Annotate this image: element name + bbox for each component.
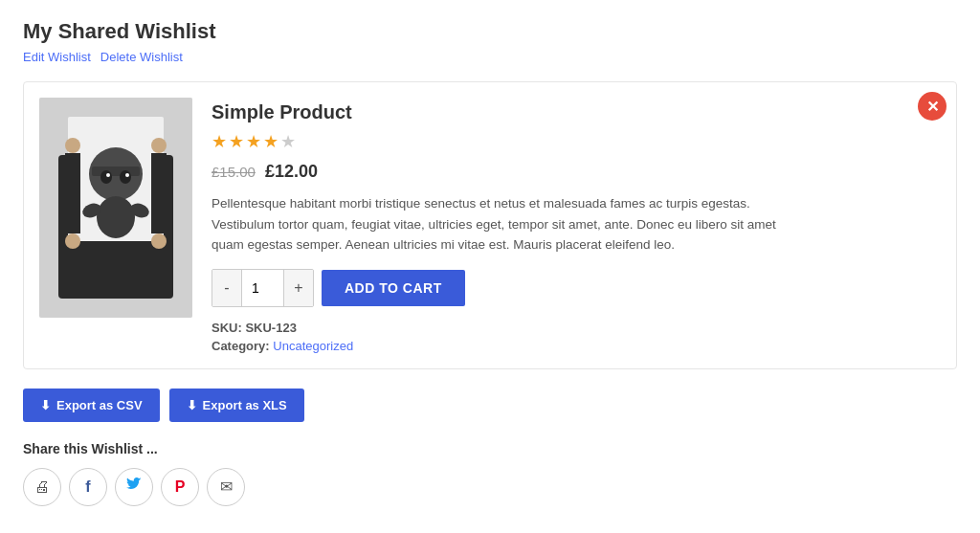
export-csv-button[interactable]: ⬇ Export as CSV bbox=[23, 389, 160, 422]
add-to-cart-button[interactable]: ADD TO CART bbox=[322, 270, 465, 306]
page-title: My Shared Wishlist bbox=[23, 19, 957, 44]
svg-rect-4 bbox=[92, 167, 140, 176]
remove-product-button[interactable]: ✕ bbox=[918, 92, 947, 121]
delete-wishlist-link[interactable]: Delete Wishlist bbox=[100, 50, 183, 64]
sku-value: SKU-123 bbox=[245, 321, 296, 335]
sku-label: SKU: bbox=[212, 321, 242, 335]
share-buttons: 🖨 f P ✉ bbox=[23, 468, 957, 506]
share-email-button[interactable]: ✉ bbox=[207, 468, 245, 506]
product-rating: ★ ★ ★ ★ ★ bbox=[212, 131, 941, 152]
product-details: Simple Product ★ ★ ★ ★ ★ £15.00 £12.00 P… bbox=[212, 98, 941, 353]
svg-point-15 bbox=[151, 233, 167, 249]
quantity-control: - + bbox=[212, 269, 314, 307]
svg-point-13 bbox=[151, 138, 167, 153]
download-csv-icon: ⬇ bbox=[40, 398, 51, 412]
category-link[interactable]: Uncategorized bbox=[273, 339, 353, 353]
product-card: ✕ bbox=[23, 81, 957, 369]
sale-price: £12.00 bbox=[265, 162, 318, 182]
star-5: ★ bbox=[280, 131, 296, 152]
product-description: Pellentesque habitant morbi tristique se… bbox=[212, 193, 786, 255]
quantity-increase-button[interactable]: + bbox=[284, 270, 313, 306]
print-icon: 🖨 bbox=[34, 478, 50, 496]
export-buttons: ⬇ Export as CSV ⬇ Export as XLS bbox=[23, 389, 957, 422]
svg-point-9 bbox=[97, 196, 135, 238]
share-label: Share this Wishlist ... bbox=[23, 441, 957, 456]
pinterest-icon: P bbox=[175, 478, 186, 496]
edit-wishlist-link[interactable]: Edit Wishlist bbox=[23, 50, 91, 64]
product-category: Category: Uncategorized bbox=[212, 339, 941, 353]
star-2: ★ bbox=[229, 131, 244, 152]
star-4: ★ bbox=[263, 131, 278, 152]
add-to-cart-row: - + ADD TO CART bbox=[212, 269, 941, 307]
svg-point-8 bbox=[125, 173, 129, 177]
share-twitter-button[interactable] bbox=[115, 468, 153, 506]
share-facebook-button[interactable]: f bbox=[69, 468, 107, 506]
category-label: Category: bbox=[212, 339, 270, 353]
wishlist-actions: Edit Wishlist Delete Wishlist bbox=[23, 50, 957, 64]
twitter-icon bbox=[126, 477, 142, 497]
svg-point-5 bbox=[100, 170, 112, 184]
product-name: Simple Product bbox=[212, 101, 941, 123]
facebook-icon: f bbox=[85, 478, 90, 496]
svg-point-14 bbox=[65, 233, 80, 249]
original-price: £15.00 bbox=[212, 164, 256, 180]
share-print-button[interactable]: 🖨 bbox=[23, 468, 61, 506]
svg-point-7 bbox=[106, 173, 110, 177]
share-pinterest-button[interactable]: P bbox=[161, 468, 199, 506]
svg-point-6 bbox=[120, 170, 131, 184]
price-row: £15.00 £12.00 bbox=[212, 162, 941, 182]
export-xls-button[interactable]: ⬇ Export as XLS bbox=[169, 389, 304, 422]
download-xls-icon: ⬇ bbox=[187, 398, 197, 412]
star-3: ★ bbox=[246, 131, 261, 152]
product-sku: SKU: SKU-123 bbox=[212, 321, 941, 335]
product-image bbox=[39, 98, 192, 318]
svg-point-12 bbox=[65, 138, 80, 153]
quantity-input[interactable] bbox=[241, 270, 284, 306]
star-1: ★ bbox=[212, 131, 227, 152]
quantity-decrease-button[interactable]: - bbox=[212, 270, 241, 306]
email-icon: ✉ bbox=[220, 477, 233, 496]
